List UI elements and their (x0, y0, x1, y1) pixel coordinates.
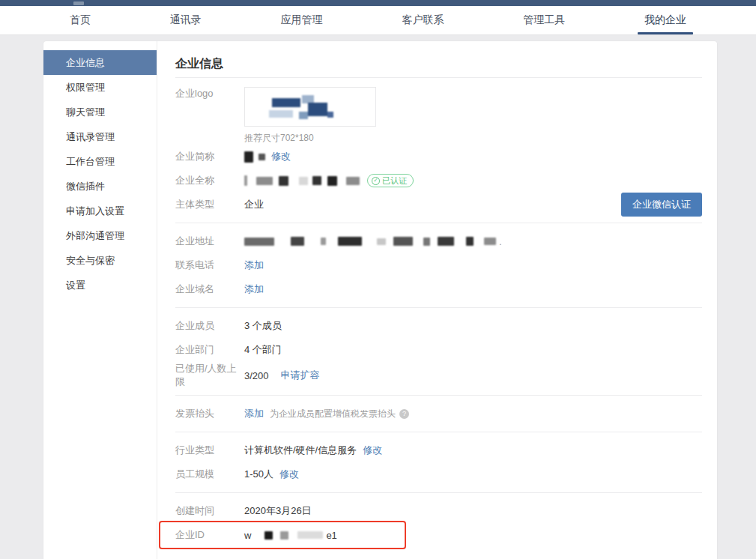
tab-home[interactable]: 首页 (62, 6, 98, 34)
sidebar-item-label: 权限管理 (66, 81, 105, 94)
field-row-departments: 企业部门 4 个部门 (175, 338, 702, 362)
request-expansion-link[interactable]: 申请扩容 (281, 369, 320, 382)
page-title: 企业信息 (175, 56, 702, 71)
add-domain-link[interactable]: 添加 (244, 282, 264, 296)
edit-staff-size-link[interactable]: 修改 (279, 468, 299, 481)
quota-value: 3/200 (244, 370, 269, 381)
company-logo-upload[interactable] (244, 87, 376, 127)
tab-label: 客户联系 (402, 13, 444, 27)
redacted-address (244, 237, 496, 246)
sidebar-item-label: 申请加入设置 (66, 205, 124, 218)
field-row-quota: 已使用/人数上限 3/200 申请扩容 (175, 362, 702, 389)
redacted-full-name (244, 175, 360, 186)
edit-industry-link[interactable]: 修改 (363, 444, 382, 457)
sidebar-item-workbench-management[interactable]: 工作台管理 (43, 149, 157, 174)
verified-badge-label: 已认证 (382, 175, 407, 187)
verified-badge: ✓ 已认证 (367, 174, 414, 187)
field-row-staff-size: 员工规模 1-50人 修改 (175, 462, 702, 486)
field-row-domain: 企业域名 添加 (175, 277, 702, 301)
sidebar-item-contacts-management[interactable]: 通讯录管理 (43, 124, 157, 149)
sidebar-item-label: 安全与保密 (66, 254, 115, 268)
tab-admin-tools[interactable]: 管理工具 (515, 6, 572, 34)
logo-field: 推荐尺寸702*180 (244, 87, 376, 145)
sidebar-item-chat-management[interactable]: 聊天管理 (43, 100, 157, 124)
sidebar-item-permission-management[interactable]: 权限管理 (43, 75, 157, 100)
tab-label: 我的企业 (644, 13, 686, 27)
field-row-invoice: 发票抬头 添加 为企业成员配置增值税发票抬头 ? (175, 402, 702, 426)
window-top-bar (0, 0, 756, 6)
field-label: 联系电话 (175, 259, 244, 272)
section-contact: 企业地址 . 联系电 (175, 223, 702, 307)
redacted-corp-id (254, 531, 323, 540)
members-count: 3 个成员 (244, 319, 282, 333)
sidebar-item-wechat-plugin[interactable]: 微信插件 (43, 174, 157, 199)
tab-customer-contact[interactable]: 客户联系 (394, 6, 451, 34)
field-label: 行业类型 (175, 444, 244, 457)
tab-label: 通讯录 (170, 13, 202, 27)
sidebar-item-security-privacy[interactable]: 安全与保密 (43, 248, 157, 273)
sidebar-item-enterprise-info[interactable]: 企业信息 (43, 50, 157, 75)
chrome-remnant-icon (73, 1, 84, 5)
company-logo-image (266, 94, 356, 122)
field-label: 企业地址 (175, 235, 244, 248)
field-row-phone: 联系电话 添加 (175, 253, 702, 277)
redacted-short-name (244, 151, 265, 163)
sidebar-item-label: 微信插件 (66, 180, 105, 193)
field-label: 企业ID (175, 528, 244, 542)
info-icon[interactable]: ? (399, 409, 409, 419)
field-label: 已使用/人数上限 (175, 362, 244, 389)
sidebar-item-label: 通讯录管理 (66, 130, 115, 144)
section-invoice: 发票抬头 添加 为企业成员配置增值税发票抬头 ? (175, 395, 702, 432)
tab-label: 首页 (70, 13, 91, 27)
tab-contacts[interactable]: 通讯录 (163, 6, 209, 34)
industry-value: 计算机软件/硬件/信息服务 (244, 444, 357, 457)
section-industry: 行业类型 计算机软件/硬件/信息服务 修改 员工规模 1-50人 修改 (175, 432, 702, 492)
field-row-logo: 企业logo 推荐尺寸702*180 (175, 84, 702, 145)
sidebar-item-join-settings[interactable]: 申请加入设置 (43, 199, 157, 223)
sidebar-item-label: 工作台管理 (66, 155, 115, 169)
corp-id-suffix: e1 (326, 530, 336, 541)
sidebar-item-settings[interactable]: 设置 (43, 273, 157, 297)
field-row-short-name: 企业简称 修改 (175, 145, 702, 169)
sidebar-item-label: 企业信息 (66, 56, 105, 70)
created-date-value: 2020年3月26日 (244, 504, 312, 518)
tab-label: 应用管理 (281, 13, 323, 27)
field-row-members: 企业成员 3 个成员 (175, 314, 702, 338)
address-trailing-dot: . (499, 236, 502, 247)
field-row-industry: 行业类型 计算机软件/硬件/信息服务 修改 (175, 438, 702, 462)
corp-id-prefix: w (244, 530, 251, 541)
field-label: 企业成员 (175, 319, 244, 333)
field-row-full-name: 企业全称 ✓ 已认证 (175, 169, 702, 193)
edit-short-name-link[interactable]: 修改 (271, 150, 291, 163)
field-label: 企业全称 (175, 174, 244, 187)
section-members: 企业成员 3 个成员 企业部门 4 个部门 已使用/人数上限 3/200 申请扩… (175, 307, 702, 395)
page-body: 企业信息 权限管理 聊天管理 通讯录管理 工作台管理 微信插件 申请加入设置 外… (0, 35, 756, 559)
invoice-hint: 为企业成员配置增值税发票抬头 (270, 408, 396, 420)
add-phone-link[interactable]: 添加 (244, 259, 264, 272)
primary-nav: 首页 通讯录 应用管理 客户联系 管理工具 我的企业 (0, 6, 756, 35)
section-meta: 创建时间 2020年3月26日 企业ID w e1 (175, 492, 702, 553)
field-label: 主体类型 (175, 198, 244, 211)
settings-sidebar: 企业信息 权限管理 聊天管理 通讯录管理 工作台管理 微信插件 申请加入设置 外… (43, 41, 157, 559)
field-label: 企业部门 (175, 343, 244, 357)
settings-card: 企业信息 权限管理 聊天管理 通讯录管理 工作台管理 微信插件 申请加入设置 外… (43, 41, 717, 559)
sidebar-item-external-comms[interactable]: 外部沟通管理 (43, 223, 157, 248)
field-row-address: 企业地址 . (175, 229, 702, 253)
entity-type-value: 企业 (244, 198, 264, 211)
field-label: 企业logo (175, 87, 244, 100)
field-label: 企业域名 (175, 282, 244, 296)
enterprise-info-panel: 企业信息 企业微信认证 企业logo 推荐尺寸702*180 (157, 41, 717, 559)
check-circle-icon: ✓ (372, 177, 380, 185)
add-invoice-link[interactable]: 添加 (244, 407, 264, 420)
staff-size-value: 1-50人 (244, 468, 273, 481)
field-label: 创建时间 (175, 504, 244, 518)
wechat-verify-button[interactable]: 企业微信认证 (621, 193, 702, 217)
sidebar-item-label: 聊天管理 (66, 106, 105, 119)
tab-app-management[interactable]: 应用管理 (273, 6, 330, 34)
field-label: 发票抬头 (175, 407, 244, 420)
tab-my-enterprise[interactable]: 我的企业 (637, 6, 694, 34)
departments-count: 4 个部门 (244, 343, 282, 357)
logo-size-hint: 推荐尺寸702*180 (244, 132, 376, 145)
tab-label: 管理工具 (523, 13, 565, 27)
field-label: 员工规模 (175, 468, 244, 481)
